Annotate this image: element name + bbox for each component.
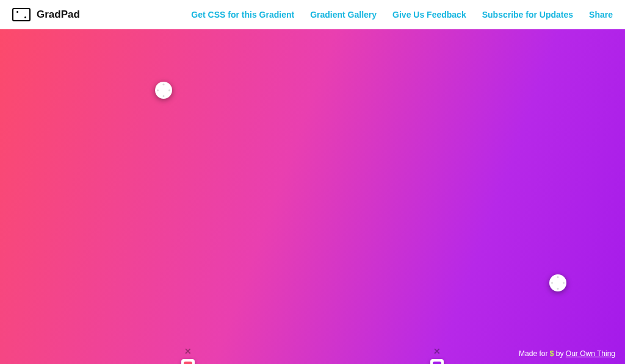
nav-subscribe[interactable]: Subscribe for Updates [482,10,573,20]
gradpad-logo-icon [12,8,31,21]
footer-author-link[interactable]: Our Own Thing [566,349,615,358]
gradient-stop-1: ✕ 100 ✕ [180,346,196,364]
brand-area[interactable]: GradPad [12,8,80,21]
gradient-direction-handle-end[interactable] [549,274,566,291]
main-nav: Get CSS for this Gradient Gradient Galle… [191,10,613,20]
footer-by: by [554,349,566,358]
footer-prefix: Made for [519,349,550,358]
nav-get-css[interactable]: Get CSS for this Gradient [191,10,294,20]
color-stop-handle[interactable] [181,359,195,364]
gradient-stop-editor: ✕ 100 ✕ ✕ 100 ✕ [182,346,443,351]
color-swatch [184,362,192,364]
brand-name: GradPad [37,9,80,21]
nav-gradient-gallery[interactable]: Gradient Gallery [310,10,377,20]
remove-stop-icon[interactable]: ✕ [182,346,193,357]
gradient-stop-2: ✕ 100 ✕ [429,346,445,364]
color-stop-handle[interactable] [430,359,444,364]
nav-share[interactable]: Share [589,10,613,20]
gradient-direction-handle-start[interactable] [155,82,172,99]
footer-credit: Made for $ by Our Own Thing [519,349,615,358]
gradient-canvas[interactable]: ✕ 100 ✕ ✕ 100 ✕ [0,29,625,364]
nav-feedback[interactable]: Give Us Feedback [392,10,466,20]
app-header: GradPad Get CSS for this Gradient Gradie… [0,0,625,29]
dollar-icon: $ [550,349,554,358]
color-swatch [433,362,441,364]
drag-handle-icon [549,274,566,291]
drag-handle-icon [155,82,172,99]
remove-stop-icon[interactable]: ✕ [432,346,443,357]
